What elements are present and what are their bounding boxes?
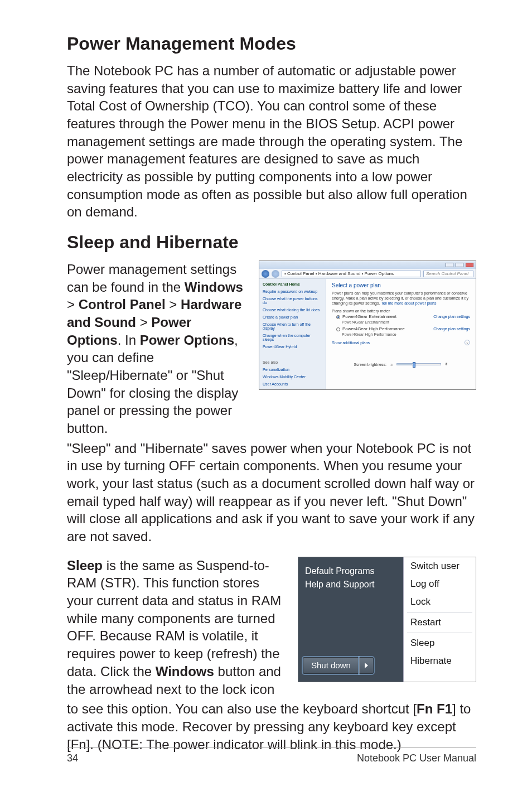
side-link[interactable]: Choose what the power buttons do <box>263 297 322 305</box>
shut-down-button[interactable]: Shut down <box>303 657 359 674</box>
main-panel: Select a power plan Power plans can help… <box>326 279 476 389</box>
side-header: Control Panel Home <box>263 282 322 286</box>
brightness-low-icon: ☼ <box>390 363 393 366</box>
plan1-sublabel: Power4Gear Entertainment <box>342 320 470 324</box>
change-plan-settings-link[interactable]: Change plan settings <box>433 327 470 331</box>
paragraph-2: Power management settings can be found i… <box>67 261 245 437</box>
side-footer-link[interactable]: Personalization <box>263 368 322 372</box>
meter-label: Plans shown on the battery meter <box>332 309 470 313</box>
menu-separator <box>407 612 472 612</box>
side-panel: Control Panel Home Require a password on… <box>259 279 326 389</box>
search-input[interactable]: Search Control Panel <box>423 271 473 277</box>
menu-lock[interactable]: Lock <box>404 593 476 611</box>
side-footer-link[interactable]: User Accounts <box>263 382 322 386</box>
menu-separator <box>407 633 472 633</box>
forward-button[interactable] <box>272 270 279 278</box>
address-bar: • Control Panel • Hardware and Sound • P… <box>259 269 476 279</box>
start-menu-left-pane: Default Programs Help and Support Shut d… <box>298 557 403 682</box>
paragraph-5: to see this option. You can also use the… <box>67 700 476 753</box>
paragraph-1: The Notebook PC has a number of automati… <box>67 62 476 221</box>
side-footer: See also <box>263 360 322 364</box>
window-titlebar <box>259 261 476 269</box>
plan1-radio[interactable] <box>336 315 340 319</box>
plan2-sublabel: Power4Gear High Performance <box>342 332 470 336</box>
back-button[interactable] <box>262 270 269 278</box>
show-additional-plans-link[interactable]: Show additional plans <box>332 341 370 345</box>
side-link[interactable]: Power4Gear Hybrid <box>263 345 322 349</box>
brightness-label: Screen brightness: <box>354 363 386 366</box>
minimize-button[interactable] <box>446 263 453 267</box>
start-item-help-support[interactable]: Help and Support <box>305 580 396 590</box>
side-footer-link[interactable]: Windows Mobility Center <box>263 375 322 379</box>
menu-hibernate[interactable]: Hibernate <box>404 652 476 670</box>
breadcrumb[interactable]: • Control Panel • Hardware and Sound • P… <box>282 271 421 277</box>
main-title: Select a power plan <box>332 282 470 288</box>
plan2-radio[interactable] <box>336 327 340 331</box>
shut-down-arrow-button[interactable] <box>359 657 374 674</box>
paragraph-4: Sleep is the same as Suspend-to-RAM (STR… <box>67 557 284 698</box>
main-description: Power plans can help you maximize your c… <box>332 291 470 306</box>
heading-sleep-and-hibernate: Sleep and Hibernate <box>67 232 476 253</box>
side-link[interactable]: Change when the computer sleeps <box>263 334 322 341</box>
footer-title: Notebook PC User Manual <box>357 753 476 764</box>
menu-log-off[interactable]: Log off <box>404 575 476 593</box>
maximize-button[interactable] <box>456 263 463 267</box>
power-menu: Switch user Log off Lock Restart Sleep H… <box>403 557 476 682</box>
side-link[interactable]: Require a password on wakeup <box>263 290 322 293</box>
close-button[interactable] <box>466 263 473 267</box>
brightness-slider[interactable] <box>396 363 441 365</box>
menu-switch-user[interactable]: Switch user <box>404 557 476 575</box>
plan2-name: Power4Gear High Performance <box>342 326 405 331</box>
page-number: 34 <box>67 753 78 764</box>
side-link[interactable]: Choose what closing the lid does <box>263 308 322 312</box>
figure-power-options-window: • Control Panel • Hardware and Sound • P… <box>259 261 476 390</box>
brightness-high-icon: ☀ <box>444 362 448 366</box>
chevron-down-icon[interactable]: ⌄ <box>465 340 470 345</box>
change-plan-settings-link[interactable]: Change plan settings <box>433 315 470 319</box>
menu-sleep[interactable]: Sleep <box>404 634 476 652</box>
side-link[interactable]: Create a power plan <box>263 315 322 319</box>
side-link[interactable]: Choose when to turn off the display <box>263 322 322 330</box>
start-item-default-programs[interactable]: Default Programs <box>305 566 396 576</box>
menu-restart[interactable]: Restart <box>404 614 476 631</box>
plan1-name: Power4Gear Entertainment <box>342 314 396 319</box>
tell-me-more-link[interactable]: Tell me more about power plans <box>381 301 436 305</box>
footer-rule <box>67 747 476 747</box>
heading-power-management-modes: Power Management Modes <box>67 33 476 54</box>
figure-start-menu: Default Programs Help and Support Shut d… <box>298 557 476 682</box>
paragraph-3: "Sleep" and "Hibernate" saves power when… <box>67 440 476 546</box>
arrow-right-icon <box>365 663 368 668</box>
